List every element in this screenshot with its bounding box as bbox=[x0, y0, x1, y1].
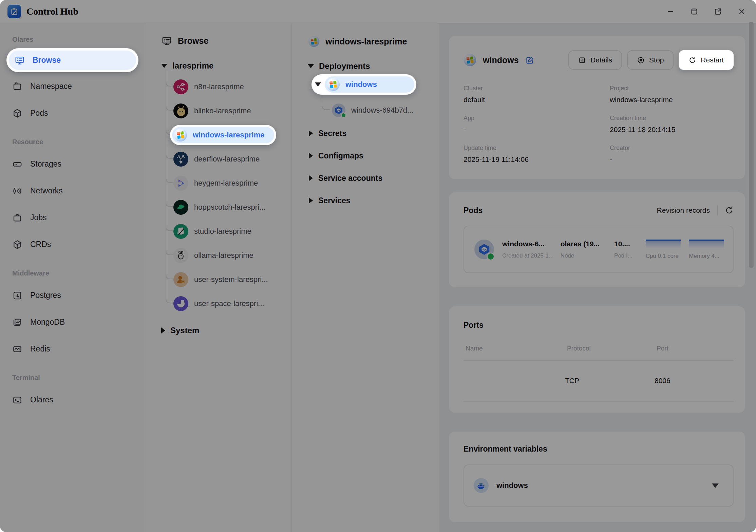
browse-icon bbox=[15, 55, 25, 65]
tree-node-deployments[interactable]: Deployments bbox=[292, 61, 439, 71]
sidebar-item-label: Jobs bbox=[30, 213, 47, 222]
tree-node-configmaps[interactable]: Configmaps bbox=[292, 145, 439, 167]
sidebar: Olares Browse Namespace Pods Resource St… bbox=[0, 23, 145, 532]
sidebar-item-terminal-olares[interactable]: Olares bbox=[6, 386, 138, 413]
pod-node-value: olares (19... bbox=[561, 240, 606, 248]
sidebar-item-storages[interactable]: Storages bbox=[6, 151, 138, 177]
tree-node-secrets[interactable]: Secrets bbox=[292, 122, 439, 145]
info-label: Cluster bbox=[464, 85, 610, 92]
info-label: Creation time bbox=[610, 115, 734, 122]
project-panel: windows-laresprime Deployments windows bbox=[291, 23, 439, 532]
refresh-icon[interactable] bbox=[725, 206, 734, 215]
sidebar-item-pods[interactable]: Pods bbox=[6, 100, 138, 127]
project-panel-title: windows-laresprime bbox=[325, 37, 407, 46]
sidebar-item-mongodb[interactable]: MongoDB bbox=[6, 309, 138, 336]
windows-app-icon bbox=[326, 78, 340, 91]
sidebar-item-postgres[interactable]: Postgres bbox=[6, 282, 138, 309]
sidebar-item-redis[interactable]: Redis bbox=[6, 336, 138, 362]
env-container-row[interactable]: windows bbox=[464, 464, 734, 507]
sidebar-section-middleware: Middleware bbox=[6, 269, 138, 277]
tree-item-pod[interactable]: windows-694b7d... bbox=[292, 98, 439, 122]
open-external-button[interactable] bbox=[714, 7, 722, 16]
storages-icon bbox=[12, 159, 22, 169]
redis-icon bbox=[12, 344, 22, 354]
restart-button[interactable]: Restart bbox=[679, 50, 734, 70]
details-button[interactable]: Details bbox=[568, 50, 622, 70]
ports-col-port: Port bbox=[657, 345, 734, 352]
sidebar-item-label: Networks bbox=[30, 186, 63, 195]
edit-icon[interactable] bbox=[525, 56, 534, 65]
browse-panel-title: Browse bbox=[178, 36, 208, 46]
crds-icon bbox=[12, 240, 22, 250]
memory-label: Memory 4... bbox=[689, 253, 724, 260]
pod-created: Created at 2025-1... bbox=[502, 252, 552, 259]
stop-icon bbox=[637, 56, 645, 64]
cpu-usage-sparkline bbox=[646, 240, 681, 248]
deerflow-app-icon bbox=[173, 152, 188, 167]
ports-col-protocol: Protocol bbox=[567, 345, 657, 352]
pod-name: windows-6... bbox=[502, 240, 552, 248]
windows-app-icon bbox=[308, 36, 320, 47]
close-button[interactable] bbox=[738, 7, 746, 16]
port-protocol: TCP bbox=[565, 377, 655, 385]
project-panel-header: windows-laresprime bbox=[292, 23, 439, 47]
detail-panel: windows Details Stop bbox=[439, 23, 756, 532]
titlebar: Control Hub bbox=[0, 0, 756, 23]
sidebar-section-terminal: Terminal bbox=[6, 374, 138, 382]
maximize-button[interactable] bbox=[690, 7, 698, 16]
sidebar-item-label: Storages bbox=[30, 159, 61, 169]
restart-icon bbox=[688, 56, 696, 64]
spotlight-browse: Browse bbox=[6, 48, 138, 72]
divider bbox=[717, 205, 718, 215]
ollama-app-icon bbox=[173, 248, 188, 263]
sidebar-item-label: Olares bbox=[30, 395, 53, 404]
studio-app-icon bbox=[173, 224, 188, 239]
scrollbar-thumb[interactable] bbox=[749, 22, 754, 268]
sidebar-section-resource: Resource bbox=[6, 138, 138, 146]
heygem-app-icon bbox=[173, 176, 188, 191]
namespace-icon bbox=[12, 81, 22, 92]
tree-node-service-accounts[interactable]: Service accounts bbox=[292, 167, 439, 189]
sidebar-item-jobs[interactable]: Jobs bbox=[6, 204, 138, 231]
sidebar-item-networks[interactable]: Networks bbox=[6, 177, 138, 204]
chevron-down-icon[interactable] bbox=[712, 483, 719, 488]
minimize-button[interactable] bbox=[666, 7, 675, 16]
sidebar-item-label: Pods bbox=[30, 109, 48, 118]
port-name bbox=[464, 377, 565, 385]
revision-records-link[interactable]: Revision records bbox=[657, 206, 710, 214]
sidebar-item-label: Namespace bbox=[30, 82, 72, 91]
tree-item-windows-laresprime-selected[interactable]: windows-laresprime bbox=[172, 127, 274, 143]
control-hub-window: Control Hub Olares Browse Namespace bbox=[0, 0, 756, 532]
sidebar-item-crds[interactable]: CRDs bbox=[6, 231, 138, 258]
tree-node-services[interactable]: Services bbox=[292, 189, 439, 212]
info-value: - bbox=[610, 155, 734, 164]
ports-col-name: Name bbox=[466, 345, 567, 352]
tree-node-system[interactable]: System bbox=[145, 326, 291, 335]
chevron-down-icon bbox=[161, 64, 167, 68]
networks-icon bbox=[12, 186, 22, 196]
app-tree-list: n8n-laresprime blinko-laresprime windows… bbox=[145, 75, 291, 316]
env-vars-card: Environment variables windows bbox=[449, 432, 745, 522]
user-system-app-icon bbox=[173, 272, 188, 287]
pods-title: Pods bbox=[464, 206, 483, 215]
browse-panel: Browse laresprime n8n-laresprime bbox=[145, 23, 291, 532]
pod-ip-value: 10.... bbox=[614, 240, 638, 248]
info-value: windows-laresprime bbox=[610, 96, 734, 104]
ports-table: Name Protocol Port TCP 8006 bbox=[464, 345, 734, 402]
sidebar-item-browse[interactable]: Browse bbox=[9, 51, 136, 70]
deployment-info-grid: Clusterdefault Projectwindows-laresprime… bbox=[464, 85, 734, 164]
info-value: default bbox=[464, 96, 610, 104]
sidebar-item-label: Browse bbox=[33, 56, 61, 65]
sidebar-item-namespace[interactable]: Namespace bbox=[6, 73, 138, 100]
tree-item-windows-deployment-selected[interactable]: windows bbox=[325, 76, 414, 93]
docker-icon bbox=[474, 478, 489, 493]
spotlight-windows-deployment: windows bbox=[311, 74, 416, 95]
chevron-right-icon bbox=[309, 153, 313, 159]
pod-icon bbox=[332, 103, 345, 117]
jobs-icon bbox=[12, 213, 22, 223]
pod-row-card[interactable]: windows-6... Created at 2025-1... olares… bbox=[464, 226, 734, 273]
memory-usage-sparkline bbox=[689, 240, 724, 248]
tree-item-user-space[interactable]: user-space-larespri... bbox=[145, 291, 291, 316]
stop-button[interactable]: Stop bbox=[627, 50, 674, 70]
info-value: - bbox=[464, 126, 610, 134]
